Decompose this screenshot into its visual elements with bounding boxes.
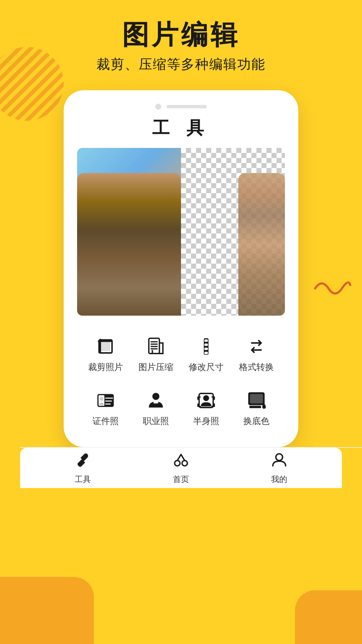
tool-portrait[interactable]: 半身照 [181, 383, 231, 434]
tool-convert[interactable]: 格式转换 [231, 329, 282, 380]
header: 图片编辑 裁剪、压缩等多种编辑功能 [0, 0, 362, 73]
person-silhouette-left [77, 173, 181, 316]
tool-bg-change[interactable]: 换底色 [231, 383, 282, 434]
resize-label: 修改尺寸 [189, 361, 224, 373]
nav-profile[interactable]: 我的 [271, 451, 288, 485]
nav-home-label: 首页 [173, 474, 189, 485]
id-photo-label: 证件照 [93, 415, 119, 427]
user-icon [271, 451, 288, 471]
svg-point-36 [175, 461, 180, 466]
crop-label: 裁剪照片 [88, 361, 123, 373]
portrait-icon [195, 390, 217, 411]
wrench-icon [74, 451, 91, 471]
tools-grid: 裁剪照片 图片压缩 [77, 329, 285, 447]
page-subtitle: 裁剪、压缩等多种编辑功能 [0, 55, 362, 73]
resize-icon [195, 336, 217, 357]
image-original [77, 148, 181, 316]
professional-label: 职业照 [143, 415, 169, 427]
person-right-container [233, 148, 285, 316]
svg-line-39 [181, 454, 185, 461]
svg-rect-3 [101, 342, 110, 351]
page-title: 图片编辑 [0, 20, 362, 50]
svg-rect-33 [250, 394, 263, 404]
svg-rect-21 [154, 401, 158, 404]
svg-point-20 [153, 393, 160, 400]
svg-point-40 [276, 454, 283, 461]
image-transparent [181, 148, 285, 316]
svg-line-38 [177, 454, 181, 461]
svg-rect-12 [204, 348, 208, 350]
id-photo-icon [95, 390, 116, 411]
tool-crop[interactable]: 裁剪照片 [80, 329, 131, 380]
scissors-icon [173, 451, 189, 471]
phone-camera [155, 104, 161, 110]
phone-speaker [167, 105, 207, 108]
phone-mockup: 工 具 [64, 90, 298, 447]
compress-label: 图片压缩 [138, 361, 173, 373]
bg-blob-bottom-right [295, 590, 362, 644]
tool-resize[interactable]: 修改尺寸 [181, 329, 231, 380]
svg-rect-10 [204, 339, 208, 342]
nav-profile-label: 我的 [271, 474, 287, 485]
svg-point-37 [182, 461, 187, 466]
tool-compress[interactable]: 图片压缩 [131, 329, 181, 380]
bg-change-label: 换底色 [243, 415, 269, 427]
crop-icon [95, 336, 116, 357]
app-screen-title: 工 具 [77, 116, 285, 140]
tool-professional[interactable]: 职业照 [131, 383, 181, 434]
bg-change-icon [246, 390, 267, 411]
phone-notch [77, 104, 285, 110]
bg-blob-bottom-left [0, 577, 94, 644]
professional-icon [145, 390, 167, 411]
image-preview [77, 148, 285, 316]
bottom-nav: 工具 首页 我的 [20, 448, 342, 488]
svg-rect-11 [204, 343, 208, 346]
compress-icon [145, 336, 167, 357]
convert-label: 格式转换 [239, 361, 274, 373]
person-silhouette-right [238, 173, 285, 316]
nav-tools-label: 工具 [75, 474, 91, 485]
nav-home[interactable]: 首页 [173, 451, 189, 485]
nav-tools[interactable]: 工具 [74, 451, 91, 485]
portrait-label: 半身照 [193, 415, 219, 427]
tool-id-photo[interactable]: 证件照 [80, 383, 131, 434]
svg-point-16 [100, 397, 104, 401]
svg-point-23 [203, 395, 209, 401]
convert-icon [246, 336, 267, 357]
phone-mockup-container: 工 具 [0, 90, 362, 447]
svg-rect-13 [204, 352, 208, 354]
svg-rect-34 [249, 406, 261, 408]
